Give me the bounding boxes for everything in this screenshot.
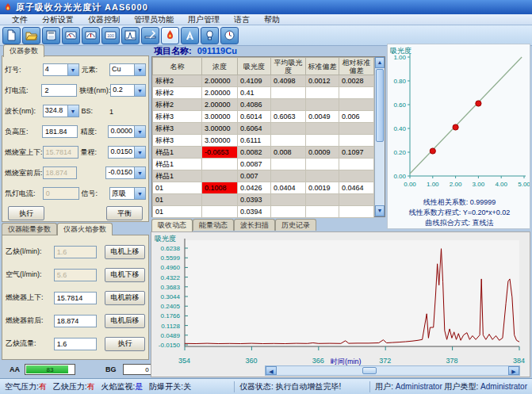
cell: 3.00000: [202, 135, 238, 147]
y-tick-label: 0.4960: [151, 264, 180, 271]
chevron-down-icon[interactable]: ▼: [134, 64, 145, 75]
table-row[interactable]: 标样33.000000.6111: [153, 135, 374, 147]
column-header-5[interactable]: 相对标准偏差: [339, 58, 374, 75]
execute-button[interactable]: 执行: [8, 206, 44, 220]
burner-frontback-field[interactable]: 18.874: [54, 315, 97, 327]
wavelength-value: 324.8: [44, 105, 67, 117]
burner-frontback-label: 燃烧器前后:: [6, 316, 54, 326]
table-row[interactable]: 010.0394: [153, 206, 374, 218]
table-row[interactable]: 标样33.000000.60140.60630.00490.006: [153, 111, 374, 123]
burner-updown-field[interactable]: 15.7814: [54, 292, 97, 304]
menu-item-3[interactable]: 管理员功能: [127, 14, 181, 25]
status-value: 是: [135, 382, 143, 391]
signal-select[interactable]: 原吸▼: [109, 187, 146, 200]
column-header-3[interactable]: 平均吸光度: [271, 58, 306, 75]
motor-up-button[interactable]: 电机上移: [105, 245, 145, 259]
tab-result-3[interactable]: 历史记录: [275, 219, 316, 231]
motor-forward-button[interactable]: 电机前移: [105, 291, 145, 305]
lamp-button[interactable]: [201, 27, 219, 44]
y-tick-label: 0.3683: [151, 284, 180, 291]
table-row[interactable]: 标样22.000000.41090.40980.00120.0028: [153, 75, 374, 87]
column-header-2[interactable]: 吸光度: [238, 58, 271, 75]
tab-result-1[interactable]: 能量动态: [193, 219, 234, 231]
element-select[interactable]: Cu▼: [109, 63, 146, 76]
burner-align-button[interactable]: [141, 27, 159, 44]
table-scrollbar-thumb[interactable]: [376, 69, 384, 142]
table-row[interactable]: 010.0393: [153, 194, 374, 206]
range-high-select[interactable]: 0.0150▼: [108, 146, 146, 159]
cell: [202, 159, 238, 170]
column-header-1[interactable]: 浓度: [202, 58, 238, 75]
cell: 0.0009: [306, 147, 339, 159]
lamp-current-field[interactable]: 2: [41, 84, 77, 97]
svg-text:5.00: 5.00: [518, 181, 530, 188]
table-row[interactable]: 样品1-0.06530.00820.0080.00090.1097: [153, 147, 374, 159]
motor-down-button[interactable]: 电机下移: [105, 268, 145, 282]
gauge-energy-button[interactable]: [62, 27, 80, 44]
chevron-down-icon[interactable]: ▼: [134, 147, 145, 158]
field-label: BS:: [79, 107, 110, 115]
svg-text:1.00: 1.00: [427, 181, 439, 188]
chevron-down-icon[interactable]: ▼: [134, 85, 145, 96]
slit-select[interactable]: 0.2▼: [110, 84, 146, 97]
wavelength-select[interactable]: 324.8▼: [43, 105, 79, 117]
chevron-down-icon[interactable]: ▼: [67, 105, 78, 117]
flame-button[interactable]: [161, 27, 179, 44]
lamp-number-select[interactable]: 4▼: [43, 63, 79, 76]
auto-gain-button[interactable]: [181, 27, 199, 44]
menu-item-2[interactable]: 仪器控制: [81, 14, 127, 25]
neg-high-voltage-field[interactable]: 181.84: [42, 125, 78, 138]
precision-select[interactable]: 0.0000▼: [108, 125, 146, 138]
scroll-up-icon[interactable]: ▲: [375, 57, 385, 68]
range-low-select[interactable]: -0.0150▼: [105, 166, 146, 179]
cell: 0.6063: [271, 111, 306, 123]
balance-button[interactable]: 平衡: [106, 206, 143, 220]
table-row[interactable]: 标样22.000000.4086: [153, 99, 374, 111]
menu-item-5[interactable]: 语言: [227, 14, 257, 25]
menu-item-1[interactable]: 分析设置: [35, 14, 81, 25]
menu-item-6[interactable]: 帮助: [257, 14, 287, 25]
column-header-0[interactable]: 名称: [153, 58, 202, 75]
table-vertical-scrollbar[interactable]: ▲ ▼: [374, 57, 385, 216]
spectrum-horizontal-scrollbar[interactable]: ◀ ▶: [265, 365, 520, 376]
burner-updown-label: 燃烧器上下:: [6, 293, 54, 303]
table-row[interactable]: 010.10080.04260.04040.00190.0464: [153, 182, 374, 194]
table-row[interactable]: 样品10.007: [153, 170, 374, 182]
scroll-right-icon[interactable]: ▶: [508, 366, 519, 375]
tab-instrument-energy-params[interactable]: 仪器能量参数: [2, 223, 57, 235]
status-label: 乙炔压力:: [53, 382, 87, 391]
motor-backward-button[interactable]: 电机后移: [105, 314, 145, 328]
save-button[interactable]: [42, 27, 60, 44]
tab-result-0[interactable]: 吸收动态: [151, 219, 193, 231]
flame-execute-button[interactable]: 执行: [105, 337, 145, 351]
open-file-button[interactable]: [22, 27, 40, 44]
acetylene-flow-field[interactable]: 1.6: [54, 338, 97, 350]
power-meter-button[interactable]: [220, 27, 239, 44]
tab-instrument-params[interactable]: 仪器参数: [3, 44, 44, 57]
gauge-100-button[interactable]: 100: [101, 27, 120, 44]
cell: [306, 194, 339, 206]
air-field: 5.6: [54, 269, 97, 281]
table-row[interactable]: 标样22.000000.41: [153, 87, 374, 99]
scroll-left-icon[interactable]: ◀: [266, 366, 277, 375]
menu-item-4[interactable]: 用户管理: [181, 14, 227, 25]
menu-bar: 文件分析设置仪器控制管理员功能用户管理语言帮助: [0, 14, 532, 25]
table-row[interactable]: 样品10.0087: [153, 159, 374, 170]
spectrum-scrollbar-thumb[interactable]: [362, 367, 377, 374]
table-row[interactable]: 标样33.000000.6064: [153, 123, 374, 135]
scroll-down-icon[interactable]: ▼: [375, 205, 385, 216]
chevron-down-icon[interactable]: ▼: [134, 167, 145, 178]
chevron-down-icon[interactable]: ▼: [134, 126, 145, 137]
tab-result-2[interactable]: 波长扫描: [234, 219, 275, 231]
column-header-4[interactable]: 标准偏差: [306, 58, 339, 75]
chevron-down-icon[interactable]: ▼: [67, 64, 78, 75]
gauge-balance-button[interactable]: [82, 27, 100, 44]
menu-item-0[interactable]: 文件: [5, 14, 35, 25]
save-icon: [44, 29, 58, 42]
new-file-button[interactable]: [2, 27, 21, 44]
tab-instrument-flame-params[interactable]: 仪器火焰参数: [57, 223, 113, 235]
peak-scan-button[interactable]: [121, 27, 140, 44]
chevron-down-icon[interactable]: ▼: [134, 188, 145, 199]
status-value: 关: [183, 382, 191, 391]
cell: [202, 194, 238, 206]
